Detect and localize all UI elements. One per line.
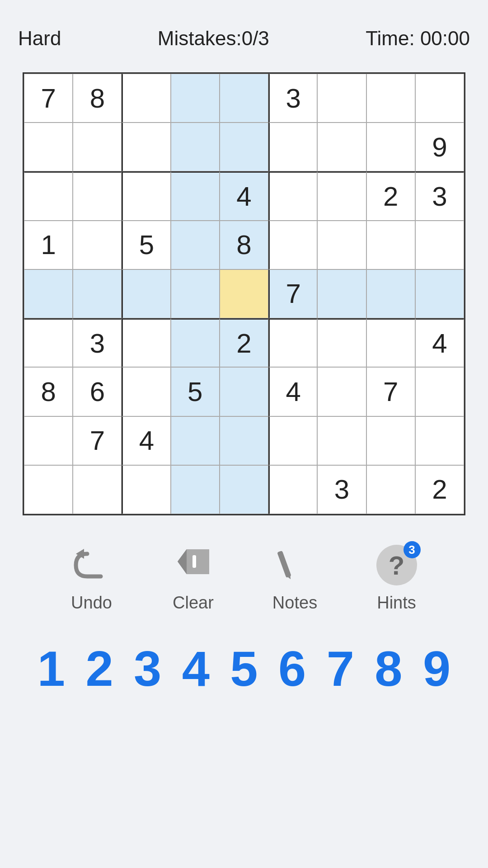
cell-r6c2[interactable]: 3 [73,318,122,367]
hints-button[interactable]: ? 3 Hints [374,542,419,613]
cell-r3c9[interactable]: 3 [415,171,464,220]
cell-r8c9[interactable] [415,416,464,465]
cell-r2c7[interactable] [317,123,366,171]
cell-r9c8[interactable] [366,465,415,514]
cell-r7c1[interactable]: 8 [24,367,73,416]
cell-r8c4[interactable] [171,416,220,465]
cell-r4c8[interactable] [366,221,415,269]
cell-r1c3[interactable] [122,74,170,123]
cell-r9c7[interactable]: 3 [317,465,366,514]
cell-r9c1[interactable] [24,465,73,514]
cell-r5c4[interactable] [171,269,220,318]
cell-r4c7[interactable] [317,221,366,269]
cell-r2c4[interactable] [171,123,220,171]
cell-r7c5[interactable] [220,367,268,416]
cell-r8c6[interactable] [268,416,317,465]
cell-r4c3[interactable]: 5 [122,221,170,269]
time-label: Time: 00:00 [366,27,470,50]
numpad-5[interactable]: 5 [221,640,267,697]
cell-r5c9[interactable] [415,269,464,318]
numpad-2[interactable]: 2 [77,640,122,697]
cell-r7c8[interactable]: 7 [366,367,415,416]
cell-r3c6[interactable] [268,171,317,220]
cell-r7c3[interactable] [122,367,170,416]
numpad-3[interactable]: 3 [125,640,170,697]
cell-r2c9[interactable]: 9 [415,123,464,171]
numpad-4[interactable]: 4 [173,640,218,697]
cell-r2c1[interactable] [24,123,73,171]
cell-r5c8[interactable] [366,269,415,318]
cell-r6c5[interactable]: 2 [220,318,268,367]
clear-icon [171,542,216,588]
cell-r3c3[interactable] [122,171,170,220]
cell-r9c4[interactable] [171,465,220,514]
numpad-8[interactable]: 8 [366,640,411,697]
cell-r8c2[interactable]: 7 [73,416,122,465]
clear-button[interactable]: Clear [171,542,216,613]
cell-r4c5[interactable]: 8 [220,221,268,269]
notes-button[interactable]: Notes [272,542,318,613]
cell-r2c6[interactable] [268,123,317,171]
cell-r7c7[interactable] [317,367,366,416]
cell-r1c7[interactable] [317,74,366,123]
cell-r8c7[interactable] [317,416,366,465]
cell-r6c6[interactable] [268,318,317,367]
cell-r7c6[interactable]: 4 [268,367,317,416]
numpad-7[interactable]: 7 [318,640,363,697]
cell-r5c7[interactable] [317,269,366,318]
cell-r1c2[interactable]: 8 [73,74,122,123]
cell-r4c4[interactable] [171,221,220,269]
cell-r9c5[interactable] [220,465,268,514]
cell-r2c2[interactable] [73,123,122,171]
cell-r2c3[interactable] [122,123,170,171]
cell-r8c1[interactable] [24,416,73,465]
cell-r6c4[interactable] [171,318,220,367]
numpad-1[interactable]: 1 [28,640,74,697]
cell-r6c8[interactable] [366,318,415,367]
cell-r3c1[interactable] [24,171,73,220]
cell-r8c3[interactable]: 4 [122,416,170,465]
cell-r1c6[interactable]: 3 [268,74,317,123]
cell-r7c4[interactable]: 5 [171,367,220,416]
cell-r5c2[interactable] [73,269,122,318]
cell-r5c5[interactable] [220,269,268,318]
cell-r9c9[interactable]: 2 [415,465,464,514]
cell-r9c6[interactable] [268,465,317,514]
cell-r7c9[interactable] [415,367,464,416]
cell-r2c8[interactable] [366,123,415,171]
cell-r3c2[interactable] [73,171,122,220]
cell-r4c6[interactable] [268,221,317,269]
cell-r4c1[interactable]: 1 [24,221,73,269]
cell-r4c2[interactable] [73,221,122,269]
clear-label: Clear [173,593,214,613]
cell-r1c8[interactable] [366,74,415,123]
cell-r6c7[interactable] [317,318,366,367]
cell-r1c5[interactable] [220,74,268,123]
cell-r1c4[interactable] [171,74,220,123]
cell-r9c3[interactable] [122,465,170,514]
numpad-6[interactable]: 6 [270,640,315,697]
cell-r8c8[interactable] [366,416,415,465]
cell-r6c1[interactable] [24,318,73,367]
cell-r7c2[interactable]: 6 [73,367,122,416]
cell-r6c9[interactable]: 4 [415,318,464,367]
cell-r3c4[interactable] [171,171,220,220]
numpad-9[interactable]: 9 [414,640,460,697]
cell-r6c3[interactable] [122,318,170,367]
cell-r4c9[interactable] [415,221,464,269]
cell-r5c1[interactable] [24,269,73,318]
cell-r3c7[interactable] [317,171,366,220]
cell-r8c5[interactable] [220,416,268,465]
cell-r2c5[interactable] [220,123,268,171]
cell-r5c6[interactable]: 7 [268,269,317,318]
toolbar: Undo Clear Notes ? 3 Hints [41,542,447,613]
notes-label: Notes [272,593,317,613]
cell-r9c2[interactable] [73,465,122,514]
cell-r1c1[interactable]: 7 [24,74,73,123]
cell-r1c9[interactable] [415,74,464,123]
hints-label: Hints [377,593,416,613]
undo-button[interactable]: Undo [69,542,114,613]
cell-r5c3[interactable] [122,269,170,318]
cell-r3c5[interactable]: 4 [220,171,268,220]
cell-r3c8[interactable]: 2 [366,171,415,220]
